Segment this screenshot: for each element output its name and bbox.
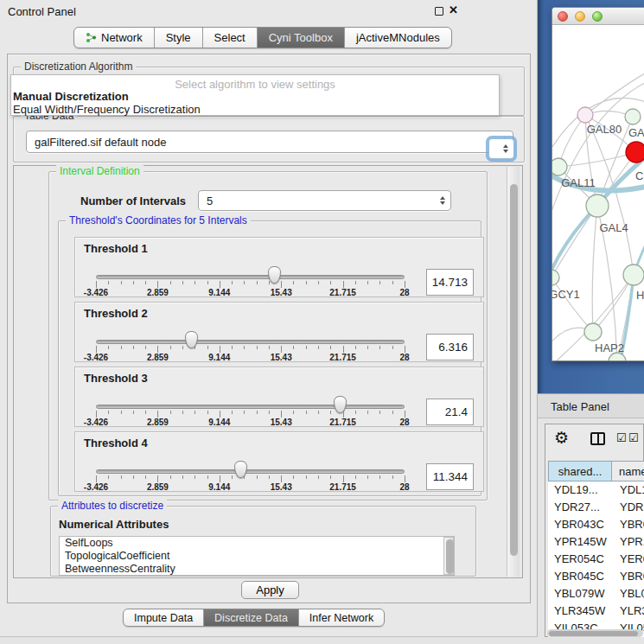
tick-mark <box>96 475 97 482</box>
tab-network[interactable]: Network <box>74 28 155 48</box>
tab-label: Impute Data <box>134 612 193 624</box>
number-of-intervals-select[interactable]: 5 <box>198 190 451 211</box>
tab-jactivemnodules[interactable]: jActiveMNodules <box>345 28 451 48</box>
network-node-ga[interactable] <box>625 109 641 124</box>
mac-zoom-icon[interactable] <box>592 11 603 22</box>
tick-mark <box>379 475 380 479</box>
network-node-label: GAL4 <box>599 221 628 234</box>
network-canvas[interactable]: GAL80GACGAL11GAL4GCY1HHAP2 <box>552 25 644 361</box>
tick-mark <box>220 281 220 288</box>
attribute-list-item[interactable]: BetweennessCentrality <box>60 563 454 576</box>
threshold-value-field[interactable]: 14.713 <box>426 269 474 296</box>
apply-button[interactable]: Apply <box>241 581 299 599</box>
table-row[interactable]: YDL19...YDL19... <box>548 481 644 499</box>
tick-mark <box>306 475 307 479</box>
mac-minimize-icon[interactable] <box>575 11 585 22</box>
tick-mark <box>121 475 122 479</box>
tick-mark <box>207 281 208 284</box>
attributes-scrollbar[interactable] <box>443 537 454 575</box>
tab-select[interactable]: Select <box>203 28 258 48</box>
checkbox-icon[interactable]: ☑ <box>616 431 627 444</box>
tick-label: 2.859 <box>147 353 169 362</box>
gear-icon[interactable]: ⚙ <box>554 428 569 448</box>
tick-mark <box>157 281 158 288</box>
tab-cyni-toolbox[interactable]: Cyni Toolbox <box>258 28 345 48</box>
tick-mark <box>194 346 195 349</box>
tick-mark <box>367 346 368 349</box>
cell-name: YBR043C <box>612 516 644 533</box>
network-node-gcy1[interactable] <box>552 270 559 285</box>
numerical-attributes-list[interactable]: SelfLoopsTopologicalCoefficientBetweenne… <box>59 536 455 576</box>
column-header-name[interactable]: name <box>612 461 644 481</box>
threshold-slider-track[interactable] <box>96 275 405 279</box>
attribute-list-item[interactable]: TopologicalCoefficient <box>60 550 454 563</box>
tick-mark <box>355 281 356 284</box>
tick-mark <box>133 475 134 479</box>
column-header-shared-name[interactable]: shared... <box>548 461 612 481</box>
split-columns-icon[interactable] <box>590 432 605 445</box>
table-horizontal-scrollbar[interactable] <box>547 629 643 637</box>
network-node-h[interactable] <box>623 265 644 285</box>
table-row[interactable]: YER054CYER054C <box>548 551 644 568</box>
tick-mark <box>318 346 319 349</box>
cell-shared-name: YBR043C <box>548 516 612 533</box>
tick-mark <box>170 411 171 414</box>
table-row[interactable]: YDR27...YDR27... <box>548 499 644 516</box>
tick-mark <box>182 411 183 414</box>
threshold-value-field[interactable]: 6.316 <box>426 334 474 360</box>
table-data-select[interactable]: galFiltered.sif default node <box>26 131 513 153</box>
network-node-c[interactable] <box>626 142 644 163</box>
checkbox-icon[interactable]: ☑ <box>628 431 639 444</box>
tick-mark <box>330 281 331 284</box>
float-window-icon[interactable] <box>435 7 443 16</box>
tab-style[interactable]: Style <box>155 28 203 48</box>
algorithm-option-equal-width[interactable]: Equal Width/Frequency Discretization <box>13 103 201 116</box>
table-panel-title: Table Panel <box>551 400 609 413</box>
threshold-slider-track[interactable] <box>96 469 405 474</box>
table-row[interactable]: YPR145WYPR145W <box>548 533 644 551</box>
threshold-slider-track[interactable] <box>96 340 405 344</box>
threshold-panel-1: Threshold 1-3.4262.8599.14415.4321.71528… <box>74 237 484 297</box>
network-node-gal11[interactable] <box>552 158 567 175</box>
tick-mark <box>318 475 319 479</box>
table-panel-body: ⚙ ☑ ☑ shared... name YDL19...YDL19...YDR… <box>545 424 644 637</box>
tick-label: -3.426 <box>84 288 108 297</box>
tick-mark <box>157 475 158 482</box>
threshold-value-field[interactable]: 21.4 <box>426 399 474 425</box>
tab-infer-network[interactable]: Infer Network <box>299 609 384 626</box>
threshold-value-field[interactable]: 11.344 <box>426 463 474 490</box>
tick-mark <box>194 281 195 284</box>
network-node-gal4[interactable] <box>586 194 609 217</box>
tab-discretize-data[interactable]: Discretize Data <box>204 609 299 626</box>
tick-mark <box>293 281 294 284</box>
settings-vertical-scrollbar[interactable] <box>507 167 520 577</box>
threshold-label: Threshold 4 <box>84 437 148 450</box>
network-node-hap2[interactable] <box>584 323 602 341</box>
tick-mark <box>379 346 380 349</box>
tick-mark <box>392 475 393 479</box>
table-row[interactable]: YLR345WYLR345W <box>548 603 644 620</box>
attributes-scrollbar-thumb[interactable] <box>446 539 454 574</box>
cell-name: YBR045C <box>612 568 644 585</box>
threshold-slider-track[interactable] <box>96 405 405 409</box>
network-node-gal80[interactable] <box>577 107 593 123</box>
tick-mark <box>257 281 258 284</box>
tick-mark <box>108 346 109 349</box>
settings-scrollbar-thumb[interactable] <box>510 184 518 556</box>
table-row[interactable]: YBR045CYBR045C <box>548 568 644 585</box>
network-icon <box>86 32 97 43</box>
tick-mark <box>133 411 134 414</box>
table-row[interactable]: YBR043CYBR043C <box>548 516 644 533</box>
tab-label: Infer Network <box>309 612 373 624</box>
close-icon[interactable]: ✕ <box>449 3 458 16</box>
table-row[interactable]: YBL079WYBL079W <box>548 585 644 603</box>
tab-impute-data[interactable]: Impute Data <box>124 609 204 626</box>
mac-close-icon[interactable] <box>558 11 568 22</box>
cell-name: YPR145W <box>612 533 644 551</box>
attribute-list-item[interactable]: SelfLoops <box>60 537 454 550</box>
algorithm-select-focused[interactable] <box>488 138 514 159</box>
tick-mark <box>133 346 134 349</box>
table-hscrollbar-thumb[interactable] <box>549 631 638 636</box>
tick-mark <box>157 346 158 353</box>
algorithm-option-manual[interactable]: Manual Discretization <box>13 90 129 103</box>
